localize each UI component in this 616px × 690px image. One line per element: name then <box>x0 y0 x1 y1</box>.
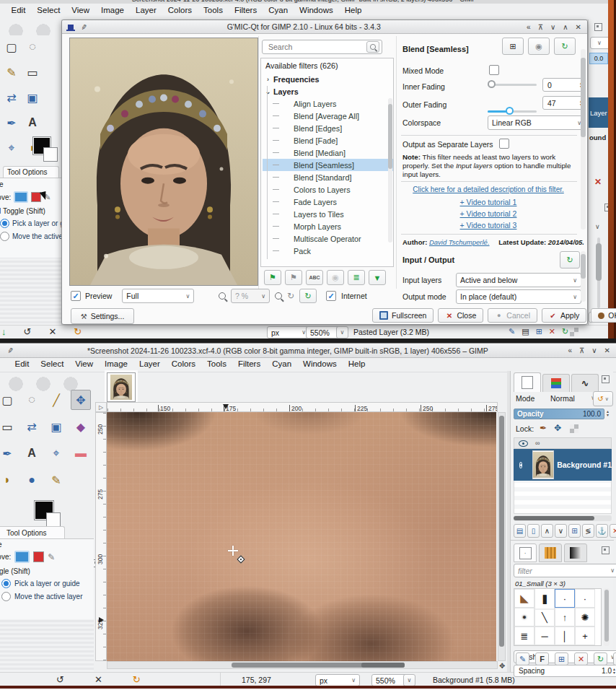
layer-action-button[interactable]: ✕ <box>610 524 616 538</box>
brush-cell[interactable]: ● <box>514 608 534 626</box>
brush-cell[interactable]: · <box>514 645 534 646</box>
move-layer-icon[interactable] <box>14 551 30 563</box>
filter-tree-item[interactable]: Morph Layers <box>263 220 393 232</box>
radio-pick-layer[interactable] <box>0 219 9 228</box>
layer-action-button[interactable]: ≶ <box>582 524 594 538</box>
menu-item[interactable]: Colors <box>172 359 195 368</box>
brush-cell[interactable]: │ <box>555 626 575 645</box>
author-link[interactable]: David Tschumperlé. <box>429 238 490 246</box>
tree-chevron-icon[interactable]: › <box>263 76 273 83</box>
tab-gradients[interactable] <box>564 543 587 562</box>
zoom-dropdown-button[interactable]: ∨ <box>403 674 415 686</box>
lock-position-icon[interactable]: ✥ <box>554 423 561 433</box>
move-selection-icon[interactable] <box>33 551 44 562</box>
unit-dropdown[interactable]: px∨ <box>267 326 310 339</box>
filter-list-action-button[interactable]: ⚑ <box>264 270 281 285</box>
menu-item[interactable]: Filters <box>234 6 257 14</box>
move-layer-icon[interactable] <box>14 191 28 203</box>
unit-dropdown[interactable]: px∨ <box>315 674 360 686</box>
menu-item[interactable]: Help <box>348 359 366 368</box>
brush-action-button[interactable]: ✕ <box>574 652 588 665</box>
checker-icon[interactable] <box>570 328 578 336</box>
output-mode-dropdown[interactable]: In place (default)∨ <box>456 289 581 304</box>
filter-tree-item[interactable]: Blend [Average All] <box>263 110 393 122</box>
statusbar-icon[interactable]: ↻ <box>74 326 82 337</box>
link-column-icon[interactable]: ∞ <box>535 440 540 447</box>
tool-button[interactable]: ✒ <box>1 113 22 133</box>
dock-action-icon[interactable]: ↻ <box>562 327 568 336</box>
menu-item[interactable]: Windows <box>303 359 337 368</box>
filter-tree-item[interactable]: Align Layers <box>263 97 393 110</box>
statusbar-icon[interactable]: ✕ <box>48 326 56 337</box>
tool-button[interactable]: ▭ <box>22 62 43 82</box>
zoom-reset-icon[interactable]: ↻ <box>287 291 294 301</box>
menu-item[interactable]: View <box>71 6 89 14</box>
description-link[interactable]: Click here for a detailed description of… <box>413 185 564 193</box>
menu-item[interactable]: Layer <box>139 359 160 368</box>
tool-button[interactable]: ✒ <box>0 443 17 463</box>
zoom-dropdown-button[interactable]: ∨ <box>336 326 348 339</box>
tab-paths[interactable]: ∿ <box>571 374 599 392</box>
brush-cell[interactable]: · <box>555 589 575 608</box>
filter-tree-item[interactable]: Blend [Edges] <box>263 122 393 134</box>
window-control-icon[interactable]: ∧ <box>563 23 568 31</box>
background-color-swatch[interactable] <box>46 512 61 527</box>
radio-move-active[interactable] <box>0 232 9 241</box>
menu-item[interactable]: Help <box>345 6 362 14</box>
menu-item[interactable]: Windows <box>299 6 333 14</box>
menu-item[interactable]: View <box>75 359 93 368</box>
tool-button[interactable]: ◆ <box>71 416 91 437</box>
layers-scrollbar[interactable] <box>514 515 612 521</box>
window-control-icon[interactable]: ⊼ <box>579 346 584 354</box>
mode-options-button[interactable]: ↺ ∨ <box>593 391 613 406</box>
brush-cell[interactable]: ╲ <box>534 608 555 626</box>
menu-item[interactable]: Image <box>101 6 124 14</box>
layers-scrollbar-thumb[interactable] <box>514 516 594 520</box>
menu-item[interactable]: Cyan <box>268 6 288 14</box>
tool-button[interactable]: ◌ <box>22 37 43 57</box>
inner-fading-spinbox[interactable]: 0▴▾ <box>542 78 584 92</box>
layer-action-button[interactable]: ▤ <box>514 524 526 538</box>
brush-action-button[interactable]: ✎ <box>516 652 529 665</box>
lock-alpha-icon[interactable] <box>570 424 578 433</box>
tool-button[interactable]: ▢ <box>0 390 17 410</box>
outer-fading-spinbox[interactable]: 47▴▾ <box>542 96 584 110</box>
window-control-icon[interactable]: ✕ <box>604 346 610 354</box>
dialog-button[interactable]: Fullscreen <box>372 308 434 323</box>
tool-button[interactable]: ● <box>22 470 42 490</box>
tool-button[interactable]: ▢ <box>1 37 22 57</box>
list-scrollbar-thumb[interactable] <box>388 104 392 169</box>
filter-tree-item[interactable]: Blend [Standard] <box>263 171 393 183</box>
gmic-titlebar[interactable]: ✎ G'MIC-Qt for GIMP 2.10 - Linux 64 bits… <box>62 20 587 34</box>
tool-button[interactable]: ✥ <box>71 390 91 410</box>
input-layers-dropdown[interactable]: Active and below∨ <box>456 273 581 287</box>
tab-brushes[interactable]: · <box>514 543 537 562</box>
vertical-scrollbar[interactable] <box>498 412 506 661</box>
canvas[interactable] <box>107 412 496 661</box>
inner-fading-slider[interactable] <box>488 80 537 89</box>
tool-button[interactable]: ▬ <box>71 443 91 463</box>
brush-action-button[interactable]: F <box>535 652 549 665</box>
brush-cell[interactable]: ▬ <box>534 645 555 646</box>
menu-item[interactable]: Image <box>105 359 128 368</box>
radio-move-active[interactable] <box>1 592 11 601</box>
preview-image[interactable] <box>70 38 258 285</box>
outer-fading-slider[interactable] <box>488 107 537 115</box>
menu-item[interactable]: Cyan <box>272 359 291 368</box>
layer-action-button[interactable]: ⚓ <box>596 524 608 538</box>
dialog-button[interactable]: Apply <box>542 308 586 323</box>
filter-tree-item[interactable]: Colors to Layers <box>263 183 393 196</box>
detach-icon[interactable] <box>602 375 610 383</box>
brush-filter-dropdown[interactable]: filter ∨ <box>514 564 616 577</box>
params-header-button[interactable]: ↻ <box>554 38 576 55</box>
window-control-icon[interactable]: « <box>568 346 572 354</box>
vertical-slider-thumb[interactable] <box>596 243 602 281</box>
layer-visibility-icon[interactable] <box>519 462 522 468</box>
window-control-icon[interactable]: ✕ <box>576 23 581 31</box>
opacity-slider[interactable]: Opacity 100.0 <box>514 409 604 419</box>
brush-cell[interactable]: ─ <box>575 645 595 646</box>
spacing-spinbox[interactable]: Spacing 1.0 ▴▾ <box>514 665 616 677</box>
filter-tree-item[interactable]: Blend [Seamless] <box>263 159 393 171</box>
filter-tree-item[interactable]: Layers to Tiles <box>263 208 393 220</box>
filter-tree-item[interactable]: ⌄ Layers <box>263 85 393 97</box>
